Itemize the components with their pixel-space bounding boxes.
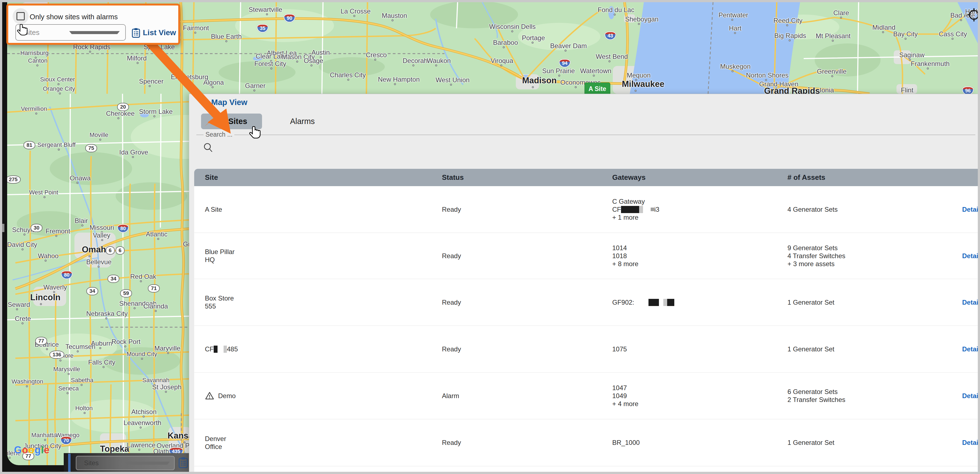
sites-dropdown-dimmed[interactable]: Sites: [76, 456, 175, 470]
details-link[interactable]: Details: [962, 298, 980, 306]
list-view-button[interactable]: List View: [131, 27, 176, 38]
map-town-dot: [165, 391, 167, 393]
map-label: Atlantic: [146, 230, 167, 238]
search-placeholder: Search ...: [204, 131, 234, 138]
redaction: [621, 206, 639, 213]
map-label: Blue Earth: [211, 33, 242, 40]
map-label: Wahoo: [38, 252, 59, 260]
map-town-dot: [927, 68, 929, 70]
map-town-dot: [44, 196, 46, 198]
assets-cell: 1 Generator Set: [788, 439, 962, 447]
map-label: Canton: [28, 57, 48, 64]
map-label: Missouri: [89, 224, 114, 231]
map-town-dot: [734, 32, 736, 34]
map-town-dot: [22, 322, 24, 324]
interstate-shield: 94: [559, 59, 571, 68]
search-input[interactable]: [196, 126, 975, 153]
map-label: Wisconsin Dells: [489, 23, 536, 30]
map-town-dot: [76, 351, 78, 353]
details-cell: Details: [962, 345, 978, 353]
map-town-dot: [45, 260, 47, 262]
gateways-cell: 1075: [612, 345, 788, 353]
map-label: Mequon: [627, 72, 651, 79]
map-town-dot: [270, 68, 272, 70]
map-label: Garner: [245, 82, 266, 89]
map-label: Savannah: [142, 377, 169, 384]
table-row: DenverOfficeReadyBR_10001 Generator SetD…: [194, 419, 978, 466]
details-link[interactable]: Details: [962, 345, 980, 353]
table-filler: [194, 466, 978, 472]
table-header: Site Status Gateways # of Assets: [194, 169, 978, 186]
map-town-dot: [67, 393, 68, 394]
map-label: Washington: [11, 378, 43, 385]
details-link[interactable]: Details: [962, 206, 980, 213]
details-link[interactable]: Details: [962, 252, 980, 260]
us-route-shield: 275: [7, 176, 21, 184]
map-label: Mauston: [382, 12, 407, 19]
map-label: Decorah: [402, 57, 428, 65]
details-cell: Details: [962, 392, 978, 400]
map-town-dot: [952, 38, 954, 40]
list-view-icon: [131, 27, 141, 38]
status-cell: Ready: [442, 345, 612, 353]
map-town-dot: [614, 14, 616, 16]
status-cell: Ready: [442, 439, 612, 447]
assets-cell: 6 Generator Sets2 Transfer Switches: [788, 388, 962, 404]
map-label: Osage: [304, 57, 323, 65]
map-town-dot: [450, 84, 452, 86]
map-town-dot: [789, 40, 791, 41]
map-town-dot: [154, 310, 157, 312]
map-town-dot: [101, 239, 103, 241]
site-cell: A Site: [205, 205, 442, 213]
assets-cell: 9 Generator Sets4 Transfer Switches+ 3 m…: [788, 244, 962, 268]
map-town-dot: [840, 17, 842, 19]
sites-dropdown[interactable]: Sites: [15, 24, 126, 41]
map-label: Charles City: [330, 71, 366, 79]
site-marker[interactable]: A Site: [584, 83, 610, 95]
map-town-dot: [511, 30, 513, 32]
map-town-dot: [81, 384, 83, 386]
map-town-dot: [960, 19, 962, 21]
alarm-warning-icon: [205, 391, 214, 401]
map-label: David City: [7, 241, 37, 249]
map-town-dot: [832, 40, 834, 42]
map-view-link[interactable]: Map View: [200, 98, 247, 107]
map-label: Madison: [522, 76, 557, 86]
interstate-shield: 35: [257, 24, 268, 33]
map-label: Ida Grove: [119, 148, 148, 156]
details-cell: Details: [962, 206, 978, 213]
map-town-dot: [124, 346, 126, 348]
map-town-dot: [159, 51, 162, 53]
gateways-cell: 10141018+ 8 more: [612, 244, 788, 268]
map-town-dot: [786, 24, 788, 26]
map-town-dot: [882, 31, 884, 33]
map-town-dot: [46, 348, 48, 350]
details-link[interactable]: Details: [962, 392, 980, 399]
map-label: Watertown: [580, 67, 611, 75]
us-route-shield: 30: [30, 224, 42, 232]
sites-panel: Map View All Sites Alarms Search ... Sit…: [189, 94, 978, 472]
map-label: Valley: [93, 231, 110, 239]
map-label: Cresco: [366, 51, 387, 59]
only-alarms-checkbox[interactable]: [16, 12, 25, 20]
interstate-shield: 43: [605, 32, 616, 40]
map-town-dot: [141, 358, 143, 360]
map-label: Lawrence: [127, 441, 156, 449]
site-cell: Demo: [205, 391, 442, 401]
redaction: [649, 299, 659, 306]
map-label: Leavenworth: [124, 419, 161, 427]
map-label: Norton Shores: [746, 72, 789, 79]
status-cell: Ready: [442, 252, 612, 260]
map-town-dot: [140, 427, 142, 429]
map-label: Waverly: [43, 284, 67, 291]
list-view-icon-dimmed[interactable]: [178, 456, 188, 469]
table-row: CF485Ready10751 Generator SetDetails: [194, 326, 978, 372]
details-link[interactable]: Details: [962, 439, 980, 446]
redaction: [651, 207, 654, 211]
status-cell: Alarm: [442, 392, 612, 400]
search-icon: [203, 142, 214, 155]
us-route-shield: 136: [49, 351, 64, 359]
map-label: Cass City: [939, 30, 967, 38]
redaction: [214, 346, 218, 353]
chevron-down-icon: [69, 31, 120, 34]
